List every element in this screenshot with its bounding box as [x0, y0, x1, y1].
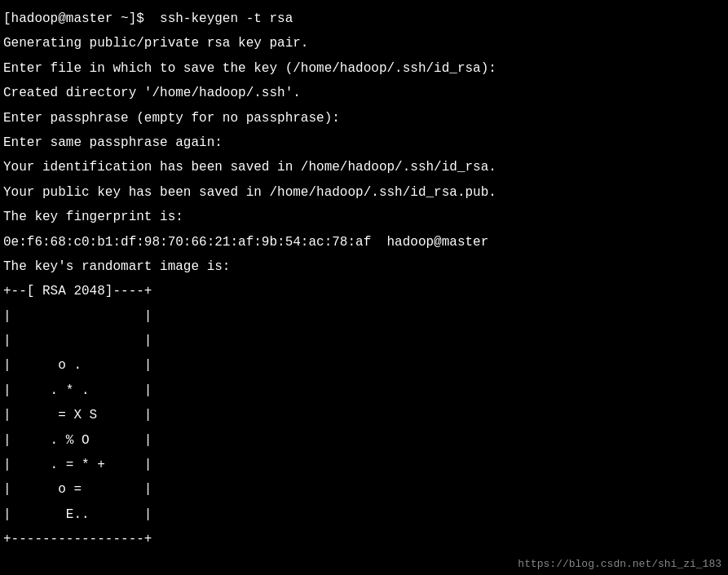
terminal-line: | . % O |: [3, 428, 725, 453]
terminal-line: | |: [3, 304, 725, 329]
terminal-window: [hadoop@master ~]$ ssh-keygen -t rsaGene…: [0, 0, 728, 575]
terminal-line: | E.. |: [3, 502, 725, 527]
terminal-line: | |: [3, 329, 725, 353]
terminal-line: The key fingerprint is:: [3, 205, 725, 229]
terminal-line: | . = * + |: [3, 453, 725, 477]
terminal-line: | . * . |: [3, 378, 725, 403]
terminal-line: Your identification has been saved in /h…: [3, 155, 725, 179]
terminal-line: Enter passphrase (empty for no passphras…: [3, 106, 725, 130]
terminal-line: Enter same passphrase again:: [3, 130, 725, 155]
terminal-line: +--[ RSA 2048]----+: [3, 279, 725, 303]
terminal-line: [hadoop@master ~]$ ssh-keygen -t rsa: [3, 7, 725, 31]
terminal-line: | o = |: [3, 477, 725, 502]
terminal-line: 0e:f6:68:c0:b1:df:98:70:66:21:af:9b:54:a…: [3, 230, 725, 254]
terminal-line: Your public key has been saved in /home/…: [3, 180, 725, 205]
terminal-line: | o . |: [3, 353, 725, 378]
terminal-line: Generating public/private rsa key pair.: [3, 31, 725, 55]
terminal-line: | = X S |: [3, 403, 725, 427]
terminal-line: Created directory '/home/hadoop/.ssh'.: [3, 81, 725, 105]
watermark: https://blog.csdn.net/shi_zi_183: [518, 558, 721, 570]
terminal-line: The key's randomart image is:: [3, 254, 725, 279]
terminal-line: +-----------------+: [3, 527, 725, 551]
terminal-line: Enter file in which to save the key (/ho…: [3, 56, 725, 81]
